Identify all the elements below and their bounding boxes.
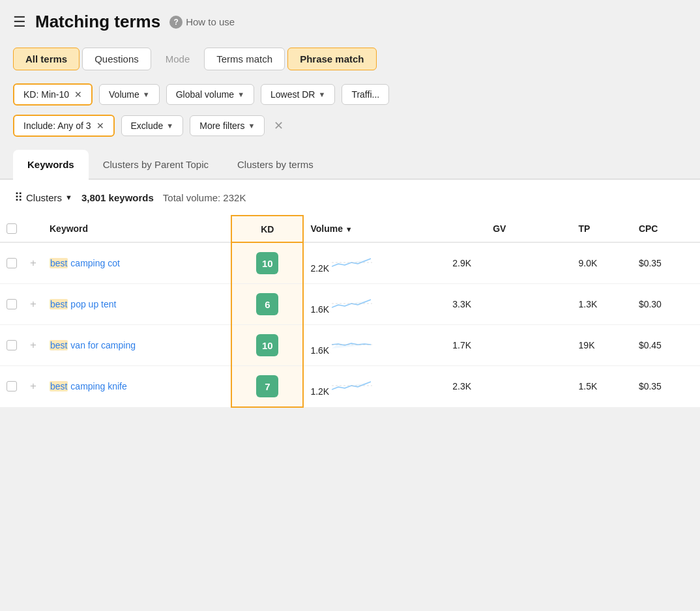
row-kd-cell: 10 <box>231 242 303 284</box>
keywords-count: 3,801 keywords <box>81 192 154 203</box>
tab-phrase-match[interactable]: Phrase match <box>287 48 376 70</box>
gv-value: 2.9K <box>452 258 471 268</box>
row-checkbox[interactable] <box>7 299 17 309</box>
hamburger-icon[interactable]: ☰ <box>13 14 26 31</box>
cluster-dots-icon: ⠿ <box>14 190 23 205</box>
table-row: + best pop up tent 6 1.6K 3.3K 1.3K $0.3… <box>0 284 700 325</box>
add-keyword-button[interactable]: + <box>30 380 36 392</box>
keyword-link[interactable]: best pop up tent <box>50 299 116 309</box>
include-filter-close[interactable]: ✕ <box>96 121 104 131</box>
traffic-dropdown[interactable]: Traffi... <box>342 84 389 105</box>
row-volume-cell: 2.2K <box>303 242 446 284</box>
th-keyword[interactable]: Keyword <box>43 216 231 242</box>
page-title: Matching terms <box>35 12 160 32</box>
keyword-highlight: best <box>50 381 68 391</box>
tp-value: 1.5K <box>579 381 598 391</box>
volume-label: Volume <box>109 89 139 100</box>
volume-dropdown[interactable]: Volume ▼ <box>99 84 160 105</box>
table-row: + best camping cot 10 2.2K 2.9K 9.0K $0.… <box>0 242 700 284</box>
row-keyword-cell: best van for camping <box>43 325 231 366</box>
add-keyword-button[interactable]: + <box>30 339 36 351</box>
exclude-label: Exclude <box>131 121 164 131</box>
th-select-all[interactable] <box>0 216 23 242</box>
row-volume-cell: 1.6K <box>303 284 446 325</box>
kd-filter-close[interactable]: ✕ <box>74 89 82 100</box>
tp-value: 19K <box>579 340 595 350</box>
traffic-label: Traffi... <box>351 89 379 100</box>
filters-row: KD: Min-10 ✕ Volume ▼ Global volume ▼ Lo… <box>0 77 700 112</box>
row-checkbox[interactable] <box>7 381 17 391</box>
tab-clusters-terms[interactable]: Clusters by terms <box>223 150 328 180</box>
lowest-dr-dropdown[interactable]: Lowest DR ▼ <box>261 84 335 105</box>
keyword-highlight: best <box>50 258 68 268</box>
row-kd-cell: 7 <box>231 366 303 408</box>
row-checkbox[interactable] <box>7 340 17 350</box>
tab-clusters-parent-topic[interactable]: Clusters by Parent Topic <box>89 150 223 180</box>
cpc-value: $0.35 <box>639 381 662 391</box>
row-tp-cell: 1.5K <box>572 366 632 408</box>
total-volume: Total volume: 232K <box>163 192 246 203</box>
volume-value: 1.2K <box>310 386 329 397</box>
row-cpc-cell: $0.30 <box>632 284 700 325</box>
row-gv-cell: 1.7K <box>446 325 572 366</box>
more-filters-label: More filters <box>199 121 244 131</box>
row-volume-cell: 1.2K <box>303 366 446 408</box>
th-volume[interactable]: Volume ▼ <box>303 216 446 242</box>
gv-value: 1.7K <box>452 340 471 350</box>
table-row: + best camping knife 7 1.2K 2.3K 1.5K $0… <box>0 366 700 408</box>
volume-value: 1.6K <box>310 304 329 315</box>
th-tp[interactable]: TP <box>572 216 632 242</box>
keyword-link[interactable]: best camping knife <box>50 381 127 391</box>
tab-keywords[interactable]: Keywords <box>13 150 89 180</box>
gv-value: 3.3K <box>452 299 471 309</box>
content-area: Keywords Clusters by Parent Topic Cluste… <box>0 150 700 408</box>
row-cpc-cell: $0.35 <box>632 366 700 408</box>
th-cpc[interactable]: CPC <box>632 216 700 242</box>
row-kd-cell: 10 <box>231 325 303 366</box>
add-keyword-button[interactable]: + <box>30 257 36 269</box>
volume-sort-icon: ▼ <box>345 225 353 233</box>
tab-terms-match[interactable]: Terms match <box>204 48 285 70</box>
how-to-use-link[interactable]: ? How to use <box>169 16 235 29</box>
select-all-checkbox[interactable] <box>7 223 17 234</box>
tab-questions[interactable]: Questions <box>82 48 151 70</box>
row-volume-cell: 1.6K <box>303 325 446 366</box>
clusters-button[interactable]: ⠿ Clusters ▼ <box>14 190 72 205</box>
more-filters-dropdown[interactable]: More filters ▼ <box>190 115 265 136</box>
clusters-label: Clusters <box>26 192 62 203</box>
row-tp-cell: 9.0K <box>572 242 632 284</box>
row-gv-cell: 2.9K <box>446 242 572 284</box>
tp-value: 9.0K <box>579 258 598 268</box>
clusters-chevron-icon: ▼ <box>65 193 72 201</box>
clear-filters-button[interactable]: ✕ <box>271 116 286 135</box>
row-gv-cell: 2.3K <box>446 366 572 408</box>
cpc-value: $0.35 <box>639 258 662 268</box>
volume-col-label: Volume <box>310 223 343 234</box>
th-kd[interactable]: KD <box>231 216 303 242</box>
include-filter-label: Include: Any of 3 <box>23 121 91 131</box>
gv-value: 2.3K <box>452 381 471 391</box>
keyword-link[interactable]: best camping cot <box>50 258 120 268</box>
tab-mode[interactable]: Mode <box>154 48 202 70</box>
global-volume-dropdown[interactable]: Global volume ▼ <box>166 84 254 105</box>
cpc-value: $0.45 <box>639 340 662 350</box>
include-filter-chip[interactable]: Include: Any of 3 ✕ <box>13 115 115 137</box>
tab-all-terms[interactable]: All terms <box>13 48 80 70</box>
kd-filter-chip[interactable]: KD: Min-10 ✕ <box>13 83 93 106</box>
volume-chevron-icon: ▼ <box>143 91 150 98</box>
row-checkbox-cell <box>0 325 23 366</box>
global-volume-chevron-icon: ▼ <box>237 91 244 98</box>
table-row: + best van for camping 10 1.6K 1.7K 19K … <box>0 325 700 366</box>
stats-row: ⠿ Clusters ▼ 3,801 keywords Total volume… <box>0 180 700 215</box>
th-add <box>23 216 43 242</box>
row-cpc-cell: $0.35 <box>632 242 700 284</box>
keyword-link[interactable]: best van for camping <box>50 340 136 350</box>
content-tabs: Keywords Clusters by Parent Topic Cluste… <box>0 150 700 180</box>
row-checkbox[interactable] <box>7 258 17 268</box>
add-keyword-button[interactable]: + <box>30 298 36 310</box>
row-add-cell: + <box>23 325 43 366</box>
exclude-dropdown[interactable]: Exclude ▼ <box>121 115 184 136</box>
row-tp-cell: 19K <box>572 325 632 366</box>
th-gv[interactable]: GV <box>446 216 572 242</box>
row-kd-cell: 6 <box>231 284 303 325</box>
